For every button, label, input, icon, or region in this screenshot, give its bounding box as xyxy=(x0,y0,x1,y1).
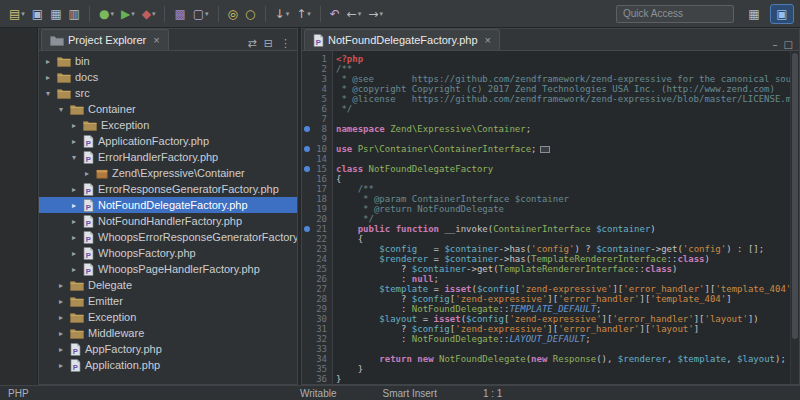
code-line-32[interactable]: 32 : NotFoundDelegate::LAYOUT_DEFAULT; xyxy=(302,334,790,344)
tree-item-errorhandlerfactory-php[interactable]: ▾PErrorHandlerFactory.php xyxy=(39,149,297,165)
annotation-gutter[interactable] xyxy=(302,104,312,114)
run-button[interactable]: ▶▾ xyxy=(118,3,138,25)
code-line-5[interactable]: 5 * @license https://github.com/zendfram… xyxy=(302,94,790,104)
annotation-gutter[interactable] xyxy=(302,144,312,154)
code-line-20[interactable]: 20 */ xyxy=(302,214,790,224)
tree-item-whoopsfactory-php[interactable]: ▸PWhoopsFactory.php xyxy=(39,245,297,261)
tree-item-zend-expressive-container[interactable]: ▸Zend\Expressive\Container xyxy=(39,165,297,181)
dropdown-arrow-icon[interactable]: ▾ xyxy=(152,10,156,18)
annotation-gutter[interactable] xyxy=(302,54,312,64)
tree-item-errorresponsegeneratorfactory-php[interactable]: ▸PErrorResponseGeneratorFactory.php xyxy=(39,181,297,197)
dropdown-arrow-icon[interactable]: ▾ xyxy=(110,10,114,18)
annotation-gutter[interactable] xyxy=(302,254,312,264)
annotation-gutter[interactable] xyxy=(302,234,312,244)
chevron-collapsed-icon[interactable]: ▸ xyxy=(56,313,66,322)
annotation-gutter[interactable] xyxy=(302,154,312,164)
code-line-7[interactable]: 7 xyxy=(302,114,790,124)
dropdown-arrow-icon[interactable]: ▾ xyxy=(21,10,25,18)
code-line-18[interactable]: 18 * @param ContainerInterface $containe… xyxy=(302,194,790,204)
annotation-gutter[interactable] xyxy=(302,204,312,214)
code-line-28[interactable]: 28 ? $config['zend-expressive']['error_h… xyxy=(302,294,790,304)
tab-project-explorer[interactable]: Project Explorer × xyxy=(41,29,169,50)
dropdown-arrow-icon[interactable]: ▾ xyxy=(131,10,135,18)
code-line-6[interactable]: 6 */ xyxy=(302,104,790,114)
tree-item-delegate[interactable]: ▸Delegate xyxy=(39,277,297,293)
chevron-collapsed-icon[interactable]: ▸ xyxy=(56,345,66,354)
chevron-collapsed-icon[interactable]: ▸ xyxy=(69,265,79,274)
code-line-35[interactable]: 35 } xyxy=(302,364,790,374)
tree-item-notfounddelegatefactory-php[interactable]: ▸PNotFoundDelegateFactory.php xyxy=(39,197,297,213)
code-line-21[interactable]: 21 public function __invoke(ContainerInt… xyxy=(302,224,790,234)
annotation-gutter[interactable] xyxy=(302,324,312,334)
annotation-gutter[interactable] xyxy=(302,224,312,234)
chevron-collapsed-icon[interactable]: ▸ xyxy=(69,217,79,226)
code-line-10[interactable]: 10use Psr\Container\ContainerInterface; xyxy=(302,144,790,154)
tree-item-whoopserrorresponsegeneratorfactory-php[interactable]: ▸PWhoopsErrorResponseGeneratorFactory.ph… xyxy=(39,229,297,245)
annotation-gutter[interactable] xyxy=(302,304,312,314)
close-icon[interactable]: × xyxy=(153,34,159,46)
maximize-icon[interactable]: □ xyxy=(784,39,793,50)
annotation-gutter[interactable] xyxy=(302,264,312,274)
chevron-collapsed-icon[interactable]: ▸ xyxy=(69,233,79,242)
annotation-gutter[interactable] xyxy=(302,314,312,324)
annotation-gutter[interactable] xyxy=(302,294,312,304)
dropdown-arrow-icon[interactable]: ▾ xyxy=(358,10,362,18)
tree-item-whoopspagehandlerfactory-php[interactable]: ▸PWhoopsPageHandlerFactory.php xyxy=(39,261,297,277)
tree-item-exception[interactable]: ▸Exception xyxy=(39,117,297,133)
code-line-29[interactable]: 29 : NotFoundDelegate::TEMPLATE_DEFAULT; xyxy=(302,304,790,314)
collapse-all-icon[interactable]: ⊟ xyxy=(264,37,273,50)
chevron-collapsed-icon[interactable]: ▸ xyxy=(43,57,53,66)
code-line-27[interactable]: 27 $template = isset($config['zend-expre… xyxy=(302,284,790,294)
dropdown-arrow-icon[interactable]: ▾ xyxy=(379,10,383,18)
view-menu-icon[interactable]: ⋮ xyxy=(280,37,291,50)
chevron-collapsed-icon[interactable]: ▸ xyxy=(56,281,66,290)
quick-access-input[interactable] xyxy=(616,5,734,23)
external-tools-button[interactable]: ◆▾ xyxy=(139,3,159,25)
next-annotation-button[interactable]: ↓▾ xyxy=(272,3,293,25)
tree-item-src[interactable]: ▾src xyxy=(39,85,297,101)
print-button[interactable]: ▥ xyxy=(66,3,83,25)
tree-item-notfoundhandlerfactory-php[interactable]: ▸PNotFoundHandlerFactory.php xyxy=(39,213,297,229)
annotation-gutter[interactable] xyxy=(302,84,312,94)
previous-annotation-button[interactable]: ↑▾ xyxy=(293,3,314,25)
link-with-editor-icon[interactable]: ⇄ xyxy=(248,37,257,50)
code-line-2[interactable]: 2/** xyxy=(302,64,790,74)
annotation-gutter[interactable] xyxy=(302,354,312,364)
annotation-gutter[interactable] xyxy=(302,334,312,344)
close-icon[interactable]: × xyxy=(485,34,491,46)
tab-editor-notfounddelegatefactory[interactable]: P NotFoundDelegateFactory.php × xyxy=(304,29,500,50)
back-button[interactable]: ←▾ xyxy=(344,3,365,25)
annotation-gutter[interactable] xyxy=(302,184,312,194)
annotation-gutter[interactable] xyxy=(302,214,312,224)
code-line-24[interactable]: 24 $renderer = $container->has(TemplateR… xyxy=(302,254,790,264)
tree-item-exception[interactable]: ▸Exception xyxy=(39,309,297,325)
annotation-gutter[interactable] xyxy=(302,164,312,174)
chevron-collapsed-icon[interactable]: ▸ xyxy=(56,297,66,306)
annotation-gutter[interactable] xyxy=(302,284,312,294)
code-line-8[interactable]: 8namespace Zend\Expressive\Container; xyxy=(302,124,790,134)
annotation-gutter[interactable] xyxy=(302,134,312,144)
debug-button[interactable]: ●▾ xyxy=(96,3,117,25)
code-line-1[interactable]: 1<?php xyxy=(302,54,790,64)
minimize-icon[interactable]: – xyxy=(773,39,778,50)
annotation-gutter[interactable] xyxy=(302,174,312,184)
chevron-collapsed-icon[interactable]: ▸ xyxy=(56,329,66,338)
annotation-gutter[interactable] xyxy=(302,364,312,374)
editor-scrollbar[interactable] xyxy=(790,51,799,384)
code-line-17[interactable]: 17 /** xyxy=(302,184,790,194)
chevron-expanded-icon[interactable]: ▾ xyxy=(56,105,66,114)
annotation-gutter[interactable] xyxy=(302,94,312,104)
code-editor[interactable]: 1<?php2/**3 * @see https://github.com/ze… xyxy=(302,51,799,384)
php-perspective-button[interactable]: ▣ xyxy=(770,4,794,24)
open-perspective-button[interactable]: ▦ xyxy=(742,4,766,24)
tree-item-emitter[interactable]: ▸Emitter xyxy=(39,293,297,309)
code-line-36[interactable]: 36} xyxy=(302,374,790,384)
code-line-30[interactable]: 30 $layout = isset($config['zend-express… xyxy=(302,314,790,324)
annotation-gutter[interactable] xyxy=(302,374,312,384)
forward-button[interactable]: →▾ xyxy=(365,3,386,25)
folded-region-indicator[interactable] xyxy=(540,146,550,153)
chevron-collapsed-icon[interactable]: ▸ xyxy=(69,201,79,210)
tree-item-middleware[interactable]: ▸Middleware xyxy=(39,325,297,341)
code-line-33[interactable]: 33 xyxy=(302,344,790,354)
code-line-3[interactable]: 3 * @see https://github.com/zendframewor… xyxy=(302,74,790,84)
